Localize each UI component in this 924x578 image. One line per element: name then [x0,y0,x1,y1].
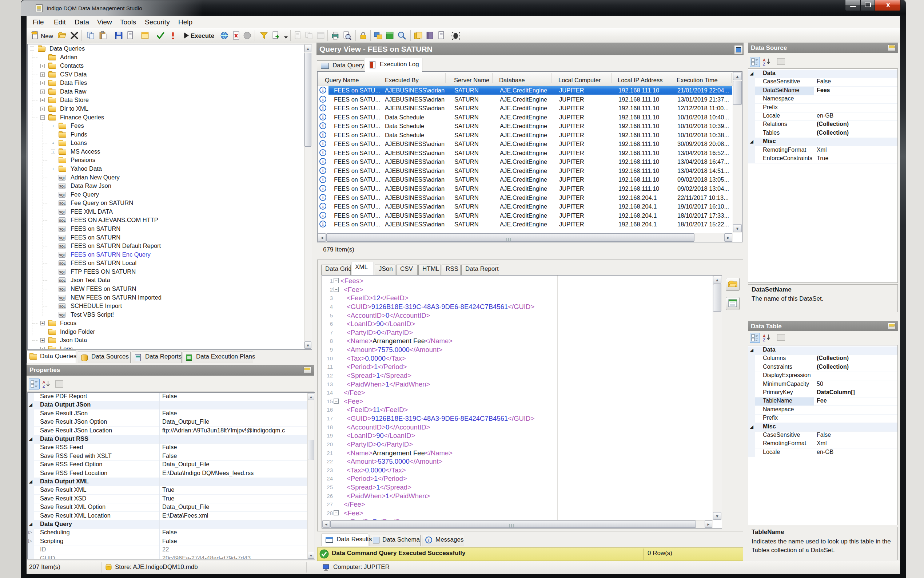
svg-text:Z: Z [763,338,765,342]
svg-text:Z: Z [763,62,765,66]
svg-text:Z: Z [42,384,45,388]
